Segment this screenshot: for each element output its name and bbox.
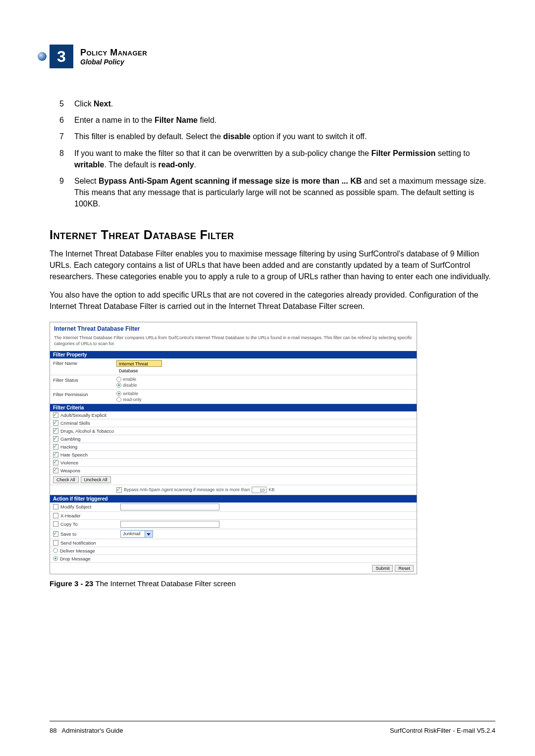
criteria-label: Drugs, Alcohol & Tobacco [60,428,114,434]
criteria-label: Violence [60,460,78,465]
criteria-row: Gambling [50,435,417,443]
step-number: 7 [59,131,74,142]
chapter-header: 3 Policy Manager Global Policy [50,45,495,68]
step-number: 5 [59,98,74,109]
filter-permission-label: Filter Permission [50,390,113,399]
modify-subject-label: Modify Subject [60,504,91,509]
criteria-label: Weapons [60,468,80,473]
enable-radio[interactable] [116,377,121,382]
criteria-label: Hate Speech [60,452,88,457]
criteria-checkbox[interactable] [53,460,58,465]
step: 6Enter a name in to the Filter Name fiel… [59,114,495,126]
criteria-row: Violence [50,459,417,467]
criteria-label: Criminal Skills [60,420,90,426]
criteria-checkbox[interactable] [53,444,58,450]
writable-label: writable [123,391,138,396]
disable-radio[interactable] [116,383,121,388]
numbered-steps: 5Click Next.6Enter a name in to the Filt… [59,98,495,210]
save-to-value: Junkmail [123,531,141,536]
filter-name-input[interactable]: Internet Threat Database [116,360,162,367]
criteria-checkbox[interactable] [53,452,58,457]
footer-right: SurfControl RiskFilter - E-mail V5.2.4 [390,727,495,734]
body-paragraph-2: You also have the option to add specific… [50,289,495,312]
copy-to-input[interactable] [120,521,219,528]
submit-button[interactable]: Submit [372,565,393,572]
filter-criteria-header: Filter Criteria [50,404,417,411]
bypass-text: Bypass Anti-Spam Agent scanning if messa… [124,487,250,492]
criteria-row: Adult/Sexually Explicit [50,411,417,419]
section-heading: Internet Threat Database Filter [50,228,495,242]
footer-left: Administrator's Guide [62,727,123,734]
criteria-checkbox[interactable] [53,412,58,418]
step-text: This filter is enabled by default. Selec… [74,131,495,142]
chapter-number-box: 3 [50,45,73,68]
action-header: Action if filter triggered [50,495,417,503]
step-number: 9 [59,175,74,210]
send-notification-checkbox[interactable] [53,540,58,546]
deliver-message-radio[interactable] [53,548,58,553]
x-header-label: X-Header [60,513,81,518]
bypass-unit: KB [268,487,274,492]
page-number: 88 [50,727,56,734]
criteria-label: Gambling [60,436,81,442]
chapter-subtitle: Global Policy [80,58,147,66]
step-number: 6 [59,114,74,126]
copy-to-label: Copy To [60,521,78,527]
step-text: Enter a name in to the Filter Name field… [74,114,495,126]
filter-name-label: Filter Name [50,358,113,368]
reset-button[interactable]: Reset [395,565,414,572]
bypass-size-input[interactable]: 10 [252,487,267,493]
step: 8If you want to make the filter so that … [59,148,495,170]
criteria-row: Hacking [50,443,417,451]
criteria-checkbox[interactable] [53,468,58,473]
save-to-select[interactable]: Junkmail [120,530,153,538]
filter-property-header: Filter Property [50,351,417,358]
check-all-button[interactable]: Check All [53,476,79,483]
save-to-label: Save to [60,531,76,537]
chapter-title: Policy Manager [80,48,147,58]
criteria-label: Hacking [60,444,77,450]
writable-radio[interactable] [116,391,121,396]
disable-label: disable [123,383,137,388]
panel-description: The Internet Threat Database Filter comp… [50,334,417,351]
drop-message-label: Drop Message [60,556,91,561]
drop-message-radio[interactable] [53,556,58,561]
filter-status-label: Filter Status [50,375,113,385]
step-text: Click Next. [74,98,495,109]
panel-title: Internet Threat Database Filter [50,322,417,334]
figure-caption: Figure 3 - 23 The Internet Threat Databa… [50,579,495,588]
save-to-checkbox[interactable] [53,531,58,537]
criteria-checkbox[interactable] [53,436,58,442]
page-footer: 88 Administrator's Guide SurfControl Ris… [50,727,495,734]
criteria-row: Drugs, Alcohol & Tobacco [50,427,417,435]
send-notification-label: Send Notification [60,540,96,546]
step-number: 8 [59,148,74,170]
step: 5Click Next. [59,98,495,109]
body-paragraph-1: The Internet Threat Database Filter enab… [50,248,495,283]
readonly-radio[interactable] [116,397,121,402]
modify-subject-checkbox[interactable] [53,504,58,509]
step: 9Select Bypass Anti-Spam Agent scanning … [59,175,495,210]
bypass-checkbox[interactable] [116,487,122,493]
step: 7This filter is enabled by default. Sele… [59,131,495,142]
enable-label: enable [123,377,136,382]
modify-subject-input[interactable] [120,504,219,510]
criteria-label: Adult/Sexually Explicit [60,412,107,418]
screenshot-panel: Internet Threat Database Filter The Inte… [50,322,417,574]
criteria-checkbox[interactable] [53,420,58,426]
deliver-message-label: Deliver Message [60,548,95,554]
criteria-checkbox[interactable] [53,428,58,434]
step-text: Select Bypass Anti-Spam Agent scanning i… [74,175,495,210]
x-header-checkbox[interactable] [53,513,58,518]
step-text: If you want to make the filter so that i… [74,148,495,170]
criteria-row: Weapons [50,467,417,475]
criteria-row: Hate Speech [50,451,417,459]
footer-rule [50,721,495,721]
copy-to-checkbox[interactable] [53,521,58,527]
readonly-label: read-only [123,397,142,402]
uncheck-all-button[interactable]: Uncheck All [81,476,111,483]
criteria-row: Criminal Skills [50,419,417,427]
